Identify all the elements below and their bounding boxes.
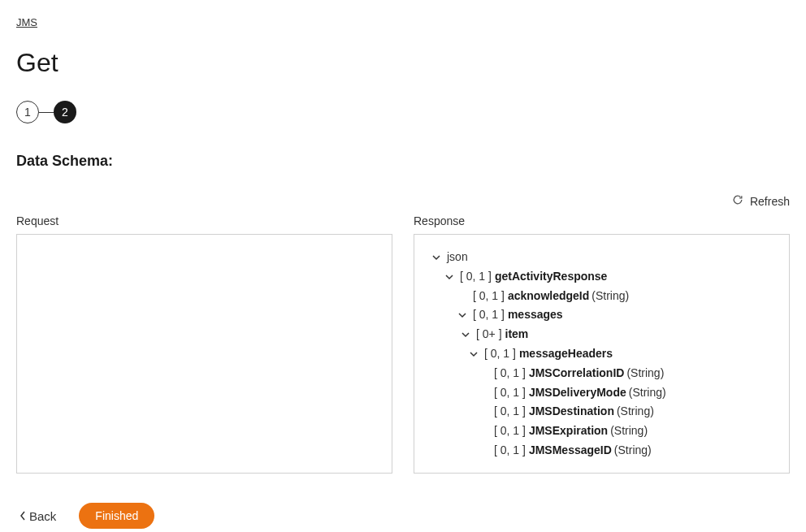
page-title: Get <box>16 48 790 78</box>
refresh-label: Refresh <box>750 195 790 208</box>
node-name: JMSDeliveryMode <box>529 383 626 403</box>
tree-node-jmscorrelationid[interactable]: [ 0, 1 ] JMSCorrelationID (String) <box>424 364 779 383</box>
request-panel-box <box>16 234 392 474</box>
refresh-button[interactable]: Refresh <box>16 194 790 208</box>
cardinality: [ 0, 1 ] <box>494 383 526 403</box>
section-title: Data Schema: <box>16 153 790 170</box>
node-type: (String) <box>592 287 629 306</box>
node-type: (String) <box>626 364 664 383</box>
node-type: (String) <box>617 402 654 422</box>
tree-node-messageheaders[interactable]: [ 0, 1 ] messageHeaders <box>424 344 779 364</box>
tree-node-item[interactable]: [ 0+ ] item <box>424 325 779 344</box>
tree-node-jmsdeliverymode[interactable]: [ 0, 1 ] JMSDeliveryMode (String) <box>424 383 779 403</box>
back-label: Back <box>29 509 56 523</box>
node-name: messages <box>508 305 563 325</box>
step-2[interactable]: 2 <box>54 101 76 123</box>
response-panel-box: json [ 0, 1 ] getActivityResponse [ 0, 1… <box>414 234 790 474</box>
node-name: item <box>505 325 529 344</box>
node-name: JMSCorrelationID <box>529 364 624 383</box>
cardinality: [ 0, 1 ] <box>484 344 516 364</box>
tree-node-acknowledgeid[interactable]: [ 0, 1 ] acknowledgeId (String) <box>424 287 779 306</box>
node-name: acknowledgeId <box>508 287 589 306</box>
tree-node-jmsexpiration[interactable]: [ 0, 1 ] JMSExpiration (String) <box>424 422 779 441</box>
node-type: (String) <box>629 383 666 403</box>
chevron-left-icon <box>20 509 26 523</box>
node-name: messageHeaders <box>519 344 613 364</box>
cardinality: [ 0, 1 ] <box>473 305 505 325</box>
tree-node-messages[interactable]: [ 0, 1 ] messages <box>424 305 779 325</box>
chevron-down-icon[interactable] <box>444 273 455 281</box>
chevron-down-icon[interactable] <box>460 331 471 339</box>
cardinality: [ 0, 1 ] <box>494 441 526 461</box>
refresh-icon <box>732 194 743 208</box>
tree-node-jmsdestination[interactable]: [ 0, 1 ] JMSDestination (String) <box>424 402 779 422</box>
breadcrumb: JMS <box>16 16 790 28</box>
request-panel: Request <box>16 214 392 474</box>
node-name: JMSMessageID <box>529 441 612 461</box>
response-panel-label: Response <box>414 214 790 227</box>
response-panel: Response json [ 0, 1 ] getActivityRespon… <box>414 214 790 474</box>
request-panel-label: Request <box>16 214 392 227</box>
cardinality: [ 0, 1 ] <box>494 364 526 383</box>
footer: Back Finished <box>16 503 790 529</box>
node-name: JMSDestination <box>529 402 614 422</box>
cardinality: [ 0, 1 ] <box>494 402 526 422</box>
tree-node-json[interactable]: json <box>424 248 779 267</box>
step-1[interactable]: 1 <box>16 101 39 123</box>
node-name: getActivityResponse <box>495 267 607 287</box>
cardinality: [ 0+ ] <box>476 325 502 344</box>
tree-node-getactivityresponse[interactable]: [ 0, 1 ] getActivityResponse <box>424 267 779 287</box>
chevron-down-icon[interactable] <box>431 253 442 262</box>
chevron-down-icon[interactable] <box>457 311 468 319</box>
breadcrumb-link-jms[interactable]: JMS <box>16 16 37 28</box>
stepper: 1 2 <box>16 101 790 123</box>
chevron-down-icon[interactable] <box>468 350 479 358</box>
back-button[interactable]: Back <box>16 506 59 526</box>
node-type: (String) <box>610 422 648 441</box>
cardinality: [ 0, 1 ] <box>494 422 526 441</box>
step-connector <box>39 112 54 113</box>
finished-button[interactable]: Finished <box>79 503 154 529</box>
tree-node-jmsmessageid[interactable]: [ 0, 1 ] JMSMessageID (String) <box>424 441 779 461</box>
cardinality: [ 0, 1 ] <box>473 287 505 306</box>
cardinality: [ 0, 1 ] <box>460 267 492 287</box>
tree-node-label: json <box>447 248 468 267</box>
node-type: (String) <box>614 441 652 461</box>
node-name: JMSExpiration <box>529 422 608 441</box>
